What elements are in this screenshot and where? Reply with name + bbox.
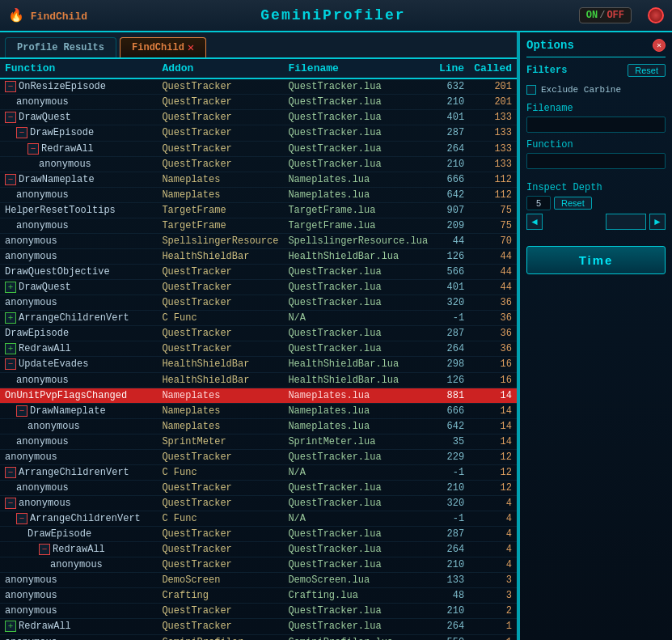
table-row[interactable]: −DrawNameplateNameplatesNameplates.lua66… [0, 403, 517, 418]
tab-profile-results[interactable]: Profile Results [5, 37, 116, 57]
table-row[interactable]: −RedrawAllQuestTrackerQuestTracker.lua26… [0, 141, 517, 156]
table-row[interactable]: anonymousSprintMeterSprintMeter.lua3514 [0, 434, 517, 449]
tab-close-icon[interactable]: ✕ [188, 42, 194, 53]
table-row[interactable]: anonymousQuestTrackerQuestTracker.lua210… [0, 557, 517, 573]
collapse-button[interactable]: − [5, 358, 16, 370]
results-table-container[interactable]: Function Addon Filename Line Called −OnR… [0, 59, 517, 640]
tab-findchild[interactable]: FindChild ✕ [120, 37, 206, 57]
collapse-button[interactable]: − [27, 143, 39, 155]
table-row[interactable]: anonymousNameplatesNameplates.lua64214 [0, 418, 517, 434]
filename-cell: SpellslingerResource.lua [283, 233, 433, 248]
func-cell: anonymous [0, 295, 157, 311]
filename-input[interactable] [526, 117, 666, 133]
collapse-button[interactable]: − [16, 127, 27, 138]
called-cell: 12 [469, 464, 517, 480]
filters-label: Filters [526, 65, 567, 76]
table-row[interactable]: −RedrawAllQuestTrackerQuestTracker.lua26… [0, 542, 517, 557]
table-row[interactable]: +RedrawAllQuestTrackerQuestTracker.lua26… [0, 619, 517, 634]
func-cell: anonymous [0, 372, 157, 388]
table-row[interactable]: −anonymousQuestTrackerQuestTracker.lua32… [0, 495, 517, 511]
filename-cell: N/A [283, 511, 433, 527]
table-row[interactable]: DrawQuestObjectiveQuestTrackerQuestTrack… [0, 264, 517, 279]
on-off-toggle[interactable]: ON / OFF [579, 7, 632, 23]
table-row[interactable]: HelperResetTooltipsTargetFrameTargetFram… [0, 202, 517, 218]
table-row[interactable]: −OnResizeEpisodeQuestTrackerQuestTracker… [0, 78, 517, 95]
called-cell: 14 [469, 403, 517, 418]
table-row[interactable]: −DrawQuestQuestTrackerQuestTracker.lua40… [0, 110, 517, 125]
table-row[interactable]: anonymousQuestTrackerQuestTracker.lua210… [0, 156, 517, 172]
called-cell: 4 [469, 557, 517, 573]
table-row[interactable]: anonymousQuestTrackerQuestTracker.lua320… [0, 295, 517, 311]
collapse-button[interactable]: − [5, 112, 16, 123]
table-row[interactable]: +ArrangeChildrenVertC FuncN/A-136 [0, 311, 517, 326]
power-button[interactable] [648, 7, 664, 23]
expand-button[interactable]: + [5, 343, 16, 354]
tab-profile-results-label: Profile Results [17, 42, 104, 53]
close-options-button[interactable]: ✕ [653, 39, 666, 52]
expand-button[interactable]: + [5, 282, 16, 293]
table-row[interactable]: +RedrawAllQuestTrackerQuestTracker.lua26… [0, 341, 517, 357]
table-row[interactable]: −UpdateEvadesHealthShieldBarHealthShield… [0, 357, 517, 372]
collapse-button[interactable]: − [39, 544, 50, 555]
collapse-button[interactable]: − [5, 498, 16, 509]
addon-cell: QuestTracker [157, 341, 283, 357]
table-row[interactable]: −DrawNameplateNameplatesNameplates.lua66… [0, 172, 517, 187]
filename-cell: HealthShieldBar.lua [283, 248, 433, 264]
called-cell: 4 [469, 511, 517, 527]
time-button[interactable]: Time [526, 246, 666, 274]
table-row[interactable]: anonymousCraftingCrafting.lua483 [0, 588, 517, 604]
nav-left-button[interactable]: ◄ [526, 214, 543, 230]
table-row[interactable]: +DrawQuestQuestTrackerQuestTracker.lua40… [0, 279, 517, 295]
filename-cell: Nameplates.lua [283, 388, 433, 403]
collapse-button[interactable]: − [16, 513, 27, 524]
addon-cell: QuestTracker [157, 295, 283, 311]
table-row[interactable]: anonymousDemoScreenDemoScreen.lua1333 [0, 573, 517, 588]
table-row[interactable]: anonymousHealthShieldBarHealthShieldBar.… [0, 372, 517, 388]
func-cell: +RedrawAll [0, 619, 157, 634]
table-row[interactable]: anonymousNameplatesNameplates.lua642112 [0, 187, 517, 202]
inspect-depth-input[interactable] [526, 196, 551, 210]
table-row[interactable]: anonymousQuestTrackerQuestTracker.lua210… [0, 480, 517, 495]
expand-button[interactable]: + [5, 621, 16, 632]
time-section: Time [526, 246, 666, 274]
table-row[interactable]: DrawEpisodeQuestTrackerQuestTracker.lua2… [0, 326, 517, 341]
table-row[interactable]: DrawEpisodeQuestTrackerQuestTracker.lua2… [0, 527, 517, 542]
function-name: RedrawAll [53, 544, 105, 555]
line-cell: 881 [433, 388, 469, 403]
table-row[interactable]: −ArrangeChildrenVertC FuncN/A-112 [0, 464, 517, 480]
filters-reset-button[interactable]: Reset [628, 64, 666, 77]
filename-cell: QuestTracker.lua [283, 141, 433, 156]
table-row[interactable]: OnUnitPvpFlagsChangedNameplatesNameplate… [0, 388, 517, 403]
function-name: DrawQuestObjective [5, 266, 110, 278]
called-cell: 133 [469, 110, 517, 125]
expand-button[interactable]: + [5, 312, 16, 324]
line-cell: 401 [433, 110, 469, 125]
collapse-button[interactable]: − [5, 467, 16, 478]
table-row[interactable]: anonymousQuestTrackerQuestTracker.lua210… [0, 604, 517, 619]
table-row[interactable]: anonymousQuestTrackerQuestTracker.lua229… [0, 449, 517, 464]
filename-cell: TargetFrame.lua [283, 202, 433, 218]
function-input[interactable] [526, 153, 666, 169]
func-cell: −OnResizeEpisode [0, 78, 157, 95]
table-row[interactable]: anonymousSpellslingerResourceSpellslinge… [0, 233, 517, 248]
table-row[interactable]: −ArrangeChildrenVertC FuncN/A-14 [0, 511, 517, 527]
collapse-button[interactable]: − [5, 81, 16, 92]
collapse-button[interactable]: − [5, 174, 16, 185]
exclude-carbine-checkbox[interactable] [526, 85, 536, 95]
called-cell: 201 [469, 78, 517, 95]
table-row[interactable]: −DrawEpisodeQuestTrackerQuestTracker.lua… [0, 125, 517, 141]
nav-right-button[interactable]: ► [649, 214, 666, 230]
function-name: anonymous [27, 421, 80, 432]
addon-cell: QuestTracker [157, 495, 283, 511]
inspect-depth-reset-button[interactable]: Reset [554, 197, 592, 210]
collapse-button[interactable]: − [16, 405, 27, 417]
func-cell: anonymous [0, 187, 157, 202]
table-row[interactable]: anonymousTargetFrameTargetFrame.lua20975 [0, 218, 517, 233]
filename-cell: GeminiProfiler.lua [283, 634, 433, 640]
nav-right-wide-button[interactable] [606, 214, 646, 230]
addon-cell: Crafting [157, 588, 283, 604]
table-row[interactable]: anonymousGeminiProfilerGeminiProfiler.lu… [0, 634, 517, 640]
table-row[interactable]: anonymousQuestTrackerQuestTracker.lua210… [0, 95, 517, 110]
addon-cell: Nameplates [157, 187, 283, 202]
table-row[interactable]: anonymousHealthShieldBarHealthShieldBar.… [0, 248, 517, 264]
